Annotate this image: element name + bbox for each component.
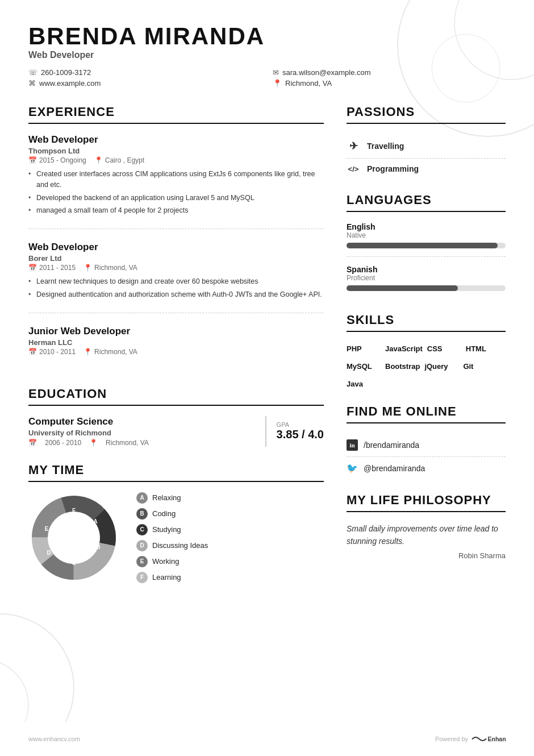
edu-meta-1: 📅 2006 - 2010 📍 Richmond, VA xyxy=(28,439,254,447)
passion-travelling-label: Travelling xyxy=(367,142,404,151)
skill-mysql: MySQL xyxy=(347,360,381,373)
philosophy-quote: Small daily improvements over time lead … xyxy=(347,522,506,548)
main-layout: EXPERIENCE Web Developer Thompson Ltd 📅 … xyxy=(28,105,506,599)
svg-text:B: B xyxy=(96,544,100,550)
philosophy-heading: MY LIFE PHILOSOPHY xyxy=(347,493,506,512)
svg-text:Enhancv: Enhancv xyxy=(488,736,506,742)
bullet-1-2: Developed the backend of an application … xyxy=(28,193,324,203)
skills-section: SKILLS PHP JavaScript CSS HTML MySQL Boo… xyxy=(347,313,506,391)
passions-section: PASSIONS ✈ Travelling </> Programming xyxy=(347,105,506,179)
job-meta-3: 📅 2010 - 2011 📍 Richmond, VA xyxy=(28,348,324,356)
programming-icon: </> xyxy=(347,165,360,173)
donut-chart: F A B C D E xyxy=(28,492,119,583)
svg-point-12 xyxy=(49,513,99,563)
legend-discussing-label: Discussing Ideas xyxy=(152,541,208,550)
pin-icon-2: 📍 xyxy=(84,264,92,272)
lang-english-fill xyxy=(347,243,498,248)
svg-point-3 xyxy=(0,614,74,722)
legend-discussing: D Discussing Ideas xyxy=(136,540,208,551)
gpa-label: GPA xyxy=(277,421,324,428)
edu-school-1: University of Richmond xyxy=(28,429,254,437)
skill-bootstrap: Bootstrap xyxy=(385,360,420,373)
legend-learning: F Learning xyxy=(136,572,208,583)
lang-spanish-fill xyxy=(347,285,458,291)
pin-icon-1: 📍 xyxy=(94,156,103,164)
gpa-value: 3.85 / 4.0 xyxy=(277,428,324,441)
skill-html: HTML xyxy=(466,342,500,355)
languages-heading: LANGUAGES xyxy=(347,193,506,212)
pin-icon-edu: 📍 xyxy=(89,439,98,447)
bullet-2-1: Learnt new techniques to design and crea… xyxy=(28,276,324,287)
skills-heading: SKILLS xyxy=(347,313,506,332)
contact-email: ✉ sara.wilson@example.com xyxy=(273,68,506,77)
edu-right-1: GPA 3.85 / 4.0 xyxy=(265,416,324,447)
footer-website: www.enhancv.com xyxy=(28,736,80,742)
job-bullets-2: Learnt new techniques to design and crea… xyxy=(28,276,324,300)
powered-by-label: Powered by xyxy=(435,736,468,742)
mytime-section: MY TIME xyxy=(28,463,324,583)
job-dates-3: 📅 2010 - 2011 xyxy=(28,348,76,356)
svg-point-4 xyxy=(0,659,28,722)
skill-git: Git xyxy=(463,360,497,373)
edu-degree-1: Computer Science xyxy=(28,416,254,427)
job-meta-2: 📅 2011 - 2015 📍 Richmond, VA xyxy=(28,264,324,272)
job-location-2: 📍 Richmond, VA xyxy=(84,264,137,272)
languages-section: LANGUAGES English Native Spanish Profici… xyxy=(347,193,506,299)
twitter-handle: @brendamiranda xyxy=(364,464,425,473)
footer-brand: Powered by Enhancv xyxy=(435,733,506,745)
job-company-3: Herman LLC xyxy=(28,338,324,347)
job-location-3: 📍 Richmond, VA xyxy=(84,348,137,356)
svg-text:F: F xyxy=(72,508,76,514)
legend-coding-label: Coding xyxy=(152,509,176,518)
edu-entry-1: Computer Science University of Richmond … xyxy=(28,416,324,447)
email-icon: ✉ xyxy=(273,68,279,77)
right-column: PASSIONS ✈ Travelling </> Programming LA… xyxy=(347,105,506,599)
header-title: Web Developer xyxy=(28,50,506,60)
online-section: FIND ME ONLINE in /brendamiranda 🐦 @bren… xyxy=(347,404,506,479)
skill-javascript: JavaScript xyxy=(385,342,423,355)
passion-programming-label: Programming xyxy=(367,164,419,173)
phone-icon: ☏ xyxy=(28,68,37,77)
mytime-legend: A Relaxing B Coding C Studying D xyxy=(136,492,208,583)
bullet-1-1: Created user interfaces across CIM appli… xyxy=(28,169,324,190)
mytime-content: F A B C D E A Relaxing B xyxy=(28,492,324,583)
legend-a: A xyxy=(136,492,148,504)
skill-java: Java xyxy=(347,377,381,391)
skill-css: CSS xyxy=(427,342,461,355)
left-column: EXPERIENCE Web Developer Thompson Ltd 📅 … xyxy=(28,105,324,599)
lang-english-bar xyxy=(347,243,506,248)
legend-studying-label: Studying xyxy=(152,525,181,534)
skill-jquery: jQuery xyxy=(424,360,458,373)
passion-programming: </> Programming xyxy=(347,159,506,179)
legend-working-label: Working xyxy=(152,557,179,566)
legend-d: D xyxy=(136,540,148,551)
pin-icon-3: 📍 xyxy=(84,348,92,356)
skill-php: PHP xyxy=(347,342,381,355)
passion-travelling: ✈ Travelling xyxy=(347,134,506,159)
calendar-icon-1: 📅 xyxy=(28,156,37,164)
legend-b: B xyxy=(136,508,148,520)
svg-text:C: C xyxy=(72,560,76,566)
legend-learning-label: Learning xyxy=(152,573,181,581)
svg-text:D: D xyxy=(47,550,51,556)
legend-relaxing-label: Relaxing xyxy=(152,493,181,502)
svg-text:A: A xyxy=(93,518,97,525)
legend-working: E Working xyxy=(136,556,208,567)
job-title-3: Junior Web Developer xyxy=(28,326,324,337)
footer: www.enhancv.com Powered by Enhancv xyxy=(28,733,506,745)
website-icon: ⌘ xyxy=(28,79,36,88)
legend-relaxing: A Relaxing xyxy=(136,492,208,504)
education-section: EDUCATION Computer Science University of… xyxy=(28,387,324,447)
linkedin-handle: /brendamiranda xyxy=(364,441,419,450)
calendar-icon-2: 📅 xyxy=(28,264,37,272)
lang-spanish-bar xyxy=(347,285,506,291)
job-title-2: Web Developer xyxy=(28,242,324,253)
online-linkedin: in /brendamiranda xyxy=(347,434,506,457)
linkedin-icon: in xyxy=(347,439,358,451)
lang-spanish-name: Spanish xyxy=(347,265,506,274)
job-dates-2: 📅 2011 - 2015 xyxy=(28,264,76,272)
job-meta-1: 📅 2015 - Ongoing 📍 Cairo , Egypt xyxy=(28,156,324,164)
online-twitter: 🐦 @brendamiranda xyxy=(347,457,506,479)
job-bullets-1: Created user interfaces across CIM appli… xyxy=(28,169,324,216)
mytime-heading: MY TIME xyxy=(28,463,324,482)
